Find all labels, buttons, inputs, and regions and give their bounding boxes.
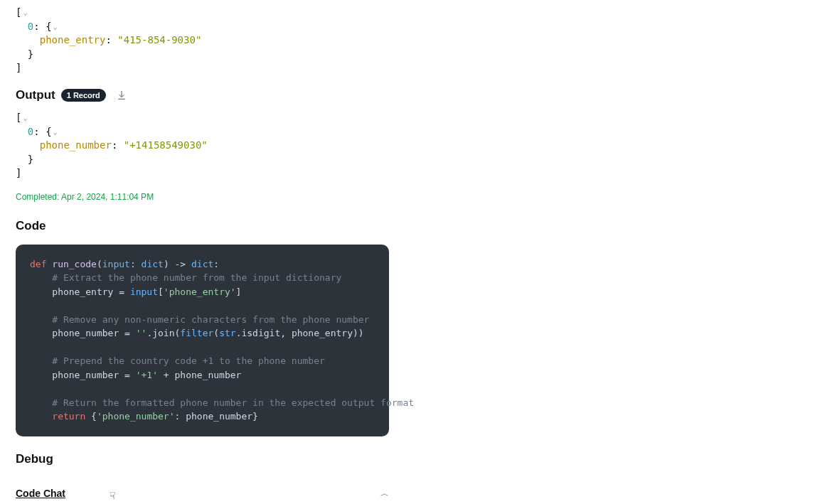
download-icon[interactable] — [116, 90, 127, 101]
output-header: Output 1 Record — [16, 88, 799, 102]
code-block: def run_code(input: dict) -> dict: # Ext… — [16, 245, 389, 436]
code-chat-header[interactable]: Code Chat ☟ ︿ — [16, 488, 389, 500]
output-json: [⌄ 0: {⌄ phone_number: "+14158549030" } … — [16, 111, 799, 181]
chevron-down-icon[interactable]: ⌄ — [23, 113, 27, 123]
record-count-badge: 1 Record — [61, 89, 106, 102]
code-title: Code — [16, 219, 799, 233]
code-chat-title[interactable]: Code Chat — [16, 488, 65, 499]
json-key: phone_entry — [40, 34, 106, 45]
debug-title: Debug — [16, 452, 799, 466]
chevron-up-icon[interactable]: ︿ — [380, 488, 389, 500]
cursor-icon: ☟ — [110, 490, 116, 501]
status-completed: Completed: Apr 2, 2024, 1:11:04 PM — [16, 192, 799, 202]
json-value: "+14158549030" — [124, 139, 208, 151]
output-title: Output — [16, 88, 55, 102]
input-json: [⌄ 0: {⌄ phone_entry: "415-854-9030" } ] — [16, 6, 799, 75]
json-key: phone_number — [40, 139, 112, 151]
chevron-down-icon[interactable]: ⌄ — [23, 8, 27, 18]
chevron-down-icon[interactable]: ⌄ — [53, 127, 58, 137]
chevron-down-icon[interactable]: ⌄ — [53, 22, 58, 32]
json-value: "415-854-9030" — [117, 34, 201, 45]
